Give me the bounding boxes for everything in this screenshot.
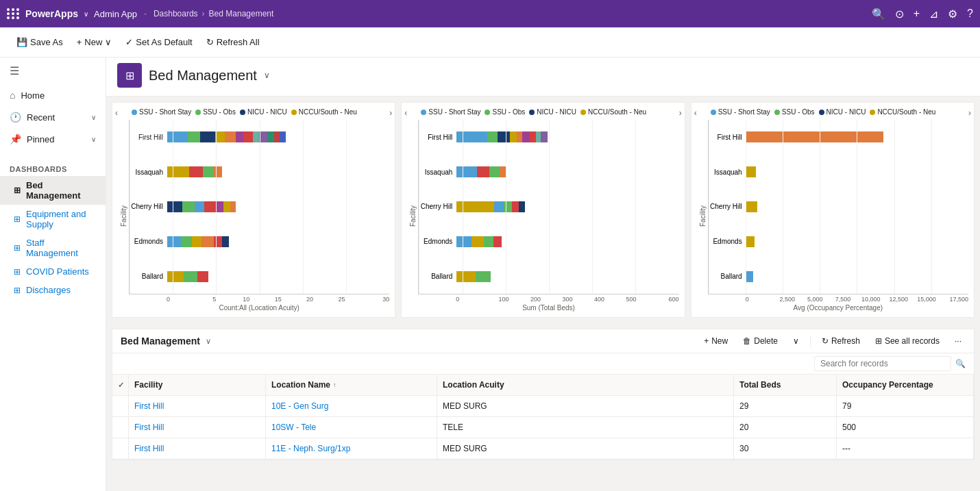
settings-icon[interactable]: ⚙ (948, 8, 957, 21)
chart2-nav-left[interactable]: ‹ (404, 108, 407, 118)
row1-location[interactable]: 10E - Gen Surg (266, 396, 437, 416)
chart3-x-label: Avg (Occupancy Percentage) (708, 303, 968, 312)
chart1-nav-right[interactable]: › (389, 108, 392, 118)
dashboard-icon-3: ⊞ (14, 243, 21, 253)
row1-facility[interactable]: First Hill (129, 396, 266, 416)
notifications-icon[interactable]: ⊙ (895, 8, 904, 21)
row1-acuity: MED SURG (437, 396, 734, 416)
col-occupancy[interactable]: Occupancy Percentage (837, 375, 974, 395)
chart3-legend: SSU - Short Stay SSU - Obs NICU - NICU N… (697, 108, 968, 116)
table-title: Bed Management (121, 336, 200, 347)
sidebar-item-pinned[interactable]: 📌 Pinned ∨ (0, 128, 106, 150)
row3-facility[interactable]: First Hill (129, 438, 266, 459)
chart3-y-label: Facility (697, 120, 708, 312)
row2-acuity: TELE (437, 417, 734, 438)
table-row: First Hill 10SW - Tele TELE 20 500 (112, 417, 974, 438)
sidebar-item-equipment-supply[interactable]: ⊞ Equipment and Supply (0, 205, 106, 234)
table-see-all-button[interactable]: ⊞ See all records (871, 335, 944, 347)
sidebar-item-discharges[interactable]: ⊞ Discharges (0, 281, 106, 299)
breadcrumb-dashboards[interactable]: Dashboards (154, 9, 198, 18)
sidebar-item-home[interactable]: ⌂ Home (0, 84, 106, 106)
dashboards-section-label: Dashboards (0, 157, 106, 176)
dashboard-header-icon: ⊞ (117, 63, 142, 88)
dashboard-title-chevron[interactable]: ∨ (264, 71, 270, 80)
breadcrumb-arrow: › (202, 9, 205, 18)
chart1-label-firsthill: First Hill (130, 134, 167, 141)
chart1-y-label: Facility (118, 120, 129, 312)
row3-occupancy: --- (837, 438, 974, 459)
table-row: First Hill 11E - Neph. Surg/1xp MED SURG… (112, 438, 974, 459)
check-icon: ✓ (125, 37, 133, 47)
chart2-y-label: Facility (407, 120, 418, 312)
row1-beds: 29 (734, 396, 837, 416)
table-expand-button[interactable]: ∨ (789, 335, 803, 347)
chart-count-acuity: ‹ SSU - Short Stay SSU - Obs NICU - NICU… (112, 102, 395, 318)
table-row: First Hill 10E - Gen Surg MED SURG 29 79 (112, 396, 974, 417)
new-chevron-icon: ∨ (105, 37, 112, 47)
col-check: ✓ (112, 375, 129, 395)
chart1-label-ballard: Ballard (130, 273, 167, 280)
dashboard-icon-2: ⊞ (14, 214, 21, 224)
filter-icon[interactable]: ⊿ (929, 8, 938, 21)
refresh-all-button[interactable]: ↻ Refresh All (201, 34, 265, 50)
table-more-button[interactable]: ··· (951, 335, 966, 347)
sidebar-nav: ⌂ Home 🕐 Recent ∨ 📌 Pinned ∨ (0, 84, 106, 157)
chart2-nav-right[interactable]: › (679, 108, 682, 118)
help-icon[interactable]: ? (967, 8, 973, 20)
sidebar-item-covid-patients[interactable]: ⊞ COVID Patients (0, 262, 106, 281)
save-as-button[interactable]: 💾 Save As (11, 34, 69, 50)
add-icon[interactable]: + (914, 8, 920, 20)
content-area: ⊞ Bed Management ∨ ‹ SSU - Short Stay SS… (106, 58, 980, 491)
col-total-beds[interactable]: Total Beds (734, 375, 837, 395)
col-facility[interactable]: Facility (129, 375, 266, 395)
chart1-x-label: Count:All (Location Acuity) (129, 303, 389, 312)
breadcrumb: Dashboards › Bed Management (154, 9, 273, 18)
main-layout: ☰ ⌂ Home 🕐 Recent ∨ 📌 Pinned ∨ Dashboard… (0, 58, 980, 491)
table-new-button[interactable]: + New (700, 335, 732, 347)
table-header: Bed Management ∨ + New 🗑 Delete ∨ ↻ (112, 329, 974, 353)
table-refresh-icon: ↻ (822, 336, 829, 346)
refresh-icon: ↻ (206, 37, 214, 47)
table-delete-button[interactable]: 🗑 Delete (739, 335, 782, 347)
col-location-acuity[interactable]: Location Acuity (437, 375, 734, 395)
dashboard-icon-1: ⊞ (14, 186, 21, 195)
new-button[interactable]: + New ∨ (71, 34, 118, 50)
pinned-chevron-icon: ∨ (91, 136, 96, 143)
chart2-legend: SSU - Short Stay SSU - Obs NICU - NICU N… (407, 108, 678, 116)
row3-location[interactable]: 11E - Neph. Surg/1xp (266, 438, 437, 459)
dashboard-icon-4: ⊞ (14, 267, 21, 277)
search-icon[interactable]: 🔍 (872, 8, 885, 21)
row2-location[interactable]: 10SW - Tele (266, 417, 437, 438)
chart1-nav-left[interactable]: ‹ (115, 108, 118, 118)
sidebar-item-bed-management[interactable]: ⊞ Bed Management (0, 176, 106, 205)
chart1-label-cherryhill: Cherry Hill (130, 203, 167, 210)
apps-icon[interactable] (7, 8, 20, 19)
table-search-icon[interactable]: 🔍 (955, 359, 966, 368)
row2-check (112, 417, 129, 438)
table-search-bar: 🔍 (112, 353, 974, 375)
powerapps-chevron[interactable]: ∨ (84, 10, 88, 18)
powerapps-logo[interactable]: PowerApps (25, 8, 78, 19)
breadcrumb-current: Bed Management (209, 9, 274, 18)
see-all-icon: ⊞ (875, 336, 882, 346)
chart3-nav-left[interactable]: ‹ (694, 108, 697, 118)
row2-facility[interactable]: First Hill (129, 417, 266, 438)
table-title-chevron[interactable]: ∨ (206, 337, 211, 346)
recent-icon: 🕐 (10, 112, 21, 123)
table-refresh-button[interactable]: ↻ Refresh (818, 335, 864, 347)
sidebar-item-recent[interactable]: 🕐 Recent ∨ (0, 106, 106, 128)
sidebar-item-staff-management[interactable]: ⊞ Staff Management (0, 234, 106, 262)
chart1-label-issaquah: Issaquah (130, 168, 167, 176)
chart1-label-edmonds: Edmonds (130, 238, 167, 245)
table-search-input[interactable] (814, 356, 951, 371)
sidebar-toggle[interactable]: ☰ (0, 58, 106, 84)
set-default-button[interactable]: ✓ Set As Default (120, 34, 197, 50)
sort-icon: ↑ (333, 381, 336, 388)
table-section: Bed Management ∨ + New 🗑 Delete ∨ ↻ (112, 329, 975, 460)
table-new-icon: + (704, 336, 709, 346)
sidebar: ☰ ⌂ Home 🕐 Recent ∨ 📌 Pinned ∨ Dashboard… (0, 58, 106, 491)
chart1-legend: SSU - Short Stay SSU - Obs NICU - NICU N… (118, 108, 389, 116)
charts-area: ‹ SSU - Short Stay SSU - Obs NICU - NICU… (106, 97, 980, 323)
chart3-nav-right[interactable]: › (968, 108, 971, 118)
col-location-name[interactable]: Location Name ↑ (266, 375, 437, 395)
